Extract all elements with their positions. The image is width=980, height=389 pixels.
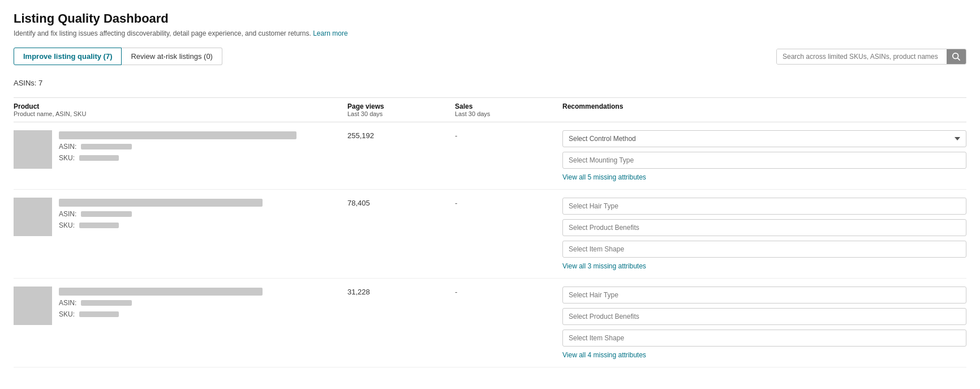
recommendations-1: Select Control Method View all 5 missing…	[562, 130, 966, 181]
product-thumbnail	[14, 130, 52, 169]
learn-more-link[interactable]: Learn more	[313, 29, 347, 37]
asin-count: ASINs: 7	[14, 74, 966, 92]
col-header-recommendations: Recommendations	[562, 102, 966, 117]
sales-3: -	[455, 287, 562, 296]
col-header-page-views: Page views Last 30 days	[347, 102, 455, 117]
page-views-1: 255,192	[347, 130, 455, 140]
product-info: ASIN: SKU:	[59, 198, 263, 229]
asin-value-bar	[81, 300, 132, 306]
recommendations-3: View all 4 missing attributes	[562, 287, 966, 359]
product-name-placeholder	[59, 199, 263, 207]
asin-value-bar	[81, 144, 132, 149]
select-hair-type-2[interactable]	[562, 198, 966, 215]
table-row: ASIN: SKU: 78,405 - View all 3 missing a…	[14, 190, 966, 279]
tabs-search-bar: Improve listing quality (7) Review at-ri…	[14, 48, 966, 65]
product-name-placeholder	[59, 131, 296, 139]
sku-value-bar	[79, 223, 119, 228]
select-product-benefits-3[interactable]	[562, 308, 966, 325]
view-missing-1[interactable]: View all 5 missing attributes	[562, 173, 966, 181]
select-control-method[interactable]: Select Control Method	[562, 130, 966, 147]
view-missing-2[interactable]: View all 3 missing attributes	[562, 262, 966, 270]
product-sku: SKU:	[59, 310, 263, 318]
select-mounting-type[interactable]	[562, 152, 966, 169]
product-info: ASIN: SKU:	[59, 130, 296, 162]
product-info: ASIN: SKU:	[59, 287, 263, 318]
table-row: ASIN: SKU: 31,228 - View all 4 missing a…	[14, 279, 966, 367]
page-views-3: 31,228	[347, 287, 455, 296]
product-sku: SKU:	[59, 221, 263, 229]
product-sku: SKU:	[59, 154, 296, 162]
select-hair-type-3[interactable]	[562, 287, 966, 303]
page-subtitle: Identify and fix listing issues affectin…	[14, 29, 966, 37]
product-asin: ASIN:	[59, 299, 263, 307]
recommendations-2: View all 3 missing attributes	[562, 198, 966, 270]
page-title: Listing Quality Dashboard	[14, 11, 966, 26]
sku-value-bar	[79, 155, 119, 161]
table-header: Product Product name, ASIN, SKU Page vie…	[14, 97, 966, 122]
tab-group: Improve listing quality (7) Review at-ri…	[14, 48, 222, 65]
sku-value-bar	[79, 311, 119, 317]
page-wrapper: Listing Quality Dashboard Identify and f…	[0, 0, 980, 379]
col-header-sales: Sales Last 30 days	[455, 102, 562, 117]
view-missing-3[interactable]: View all 4 missing attributes	[562, 351, 966, 359]
product-cell-2: ASIN: SKU:	[14, 198, 347, 236]
search-input[interactable]	[777, 49, 947, 64]
product-asin: ASIN:	[59, 143, 296, 151]
search-bar	[776, 49, 966, 65]
tab-review-at-risk[interactable]: Review at-risk listings (0)	[122, 48, 222, 65]
col-header-product: Product Product name, ASIN, SKU	[14, 102, 347, 117]
tab-improve-listing[interactable]: Improve listing quality (7)	[14, 48, 122, 65]
product-name-placeholder	[59, 288, 263, 296]
sales-2: -	[455, 198, 562, 207]
product-cell-3: ASIN: SKU:	[14, 287, 347, 325]
table-row: ASIN: SKU: 255,192 - Select Control Meth…	[14, 122, 966, 190]
sales-1: -	[455, 130, 562, 140]
select-product-benefits-2[interactable]	[562, 219, 966, 236]
select-item-shape-2[interactable]	[562, 241, 966, 258]
product-cell-1: ASIN: SKU:	[14, 130, 347, 169]
product-asin: ASIN:	[59, 210, 263, 218]
page-views-2: 78,405	[347, 198, 455, 207]
product-thumbnail	[14, 287, 52, 325]
product-thumbnail	[14, 198, 52, 236]
search-button[interactable]	[947, 49, 966, 64]
search-icon	[952, 53, 960, 61]
asin-value-bar	[81, 211, 132, 217]
select-item-shape-3[interactable]	[562, 330, 966, 347]
